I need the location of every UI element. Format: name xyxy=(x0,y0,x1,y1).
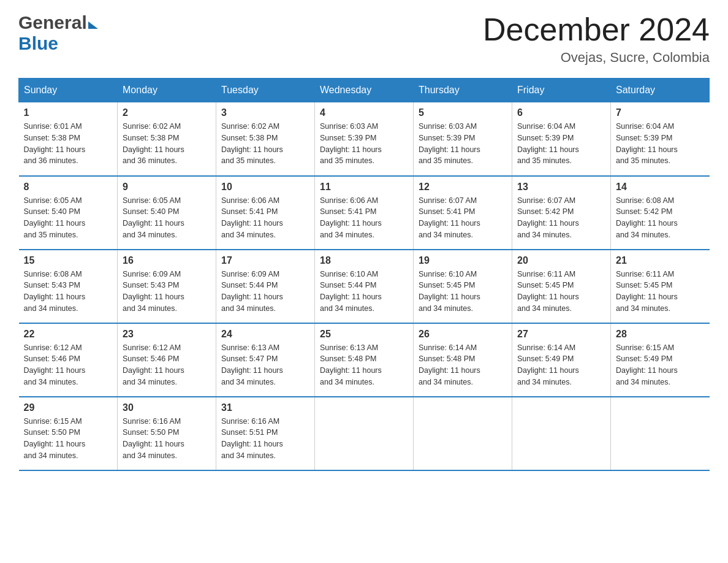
calendar-cell: 21Sunrise: 6:11 AMSunset: 5:45 PMDayligh… xyxy=(611,250,710,323)
day-number: 7 xyxy=(616,107,705,118)
column-header-thursday: Thursday xyxy=(414,79,512,102)
day-number: 27 xyxy=(517,329,605,340)
calendar-cell: 23Sunrise: 6:12 AMSunset: 5:46 PMDayligh… xyxy=(118,323,216,397)
day-info: Sunrise: 6:14 AMSunset: 5:48 PMDaylight:… xyxy=(419,342,507,388)
day-info: Sunrise: 6:06 AMSunset: 5:41 PMDaylight:… xyxy=(221,195,309,241)
day-number: 8 xyxy=(24,182,113,193)
day-number: 2 xyxy=(123,107,211,118)
day-info: Sunrise: 6:10 AMSunset: 5:45 PMDaylight:… xyxy=(419,269,507,315)
calendar-cell: 29Sunrise: 6:15 AMSunset: 5:50 PMDayligh… xyxy=(19,397,118,470)
calendar-week-row: 8Sunrise: 6:05 AMSunset: 5:40 PMDaylight… xyxy=(19,176,710,250)
day-number: 21 xyxy=(616,255,705,266)
day-number: 13 xyxy=(517,182,605,193)
day-number: 16 xyxy=(123,255,211,266)
day-info: Sunrise: 6:04 AMSunset: 5:39 PMDaylight:… xyxy=(517,121,605,167)
day-number: 20 xyxy=(517,255,605,266)
column-header-friday: Friday xyxy=(512,79,611,102)
day-number: 11 xyxy=(320,182,408,193)
column-header-monday: Monday xyxy=(118,79,216,102)
logo-blue-text: Blue xyxy=(18,33,58,54)
logo: General Blue xyxy=(18,12,98,54)
day-info: Sunrise: 6:05 AMSunset: 5:40 PMDaylight:… xyxy=(24,195,113,241)
day-info: Sunrise: 6:05 AMSunset: 5:40 PMDaylight:… xyxy=(123,195,211,241)
day-number: 22 xyxy=(24,329,113,340)
column-header-wednesday: Wednesday xyxy=(315,79,414,102)
calendar-cell: 26Sunrise: 6:14 AMSunset: 5:48 PMDayligh… xyxy=(414,323,512,397)
day-info: Sunrise: 6:03 AMSunset: 5:39 PMDaylight:… xyxy=(320,121,408,167)
calendar-cell xyxy=(315,397,414,470)
month-year-title: December 2024 xyxy=(483,12,710,47)
calendar-cell: 24Sunrise: 6:13 AMSunset: 5:47 PMDayligh… xyxy=(216,323,315,397)
calendar-cell: 17Sunrise: 6:09 AMSunset: 5:44 PMDayligh… xyxy=(216,250,315,323)
day-info: Sunrise: 6:12 AMSunset: 5:46 PMDaylight:… xyxy=(123,342,211,388)
title-area: December 2024 Ovejas, Sucre, Colombia xyxy=(483,12,710,66)
day-info: Sunrise: 6:02 AMSunset: 5:38 PMDaylight:… xyxy=(123,121,211,167)
calendar-cell: 5Sunrise: 6:03 AMSunset: 5:39 PMDaylight… xyxy=(414,102,512,176)
day-number: 6 xyxy=(517,107,605,118)
calendar-week-row: 29Sunrise: 6:15 AMSunset: 5:50 PMDayligh… xyxy=(19,397,710,470)
day-info: Sunrise: 6:14 AMSunset: 5:49 PMDaylight:… xyxy=(517,342,605,388)
location-subtitle: Ovejas, Sucre, Colombia xyxy=(483,50,710,66)
day-info: Sunrise: 6:06 AMSunset: 5:41 PMDaylight:… xyxy=(320,195,408,241)
calendar-cell: 27Sunrise: 6:14 AMSunset: 5:49 PMDayligh… xyxy=(512,323,611,397)
day-info: Sunrise: 6:07 AMSunset: 5:42 PMDaylight:… xyxy=(517,195,605,241)
day-number: 17 xyxy=(221,255,309,266)
day-number: 1 xyxy=(24,107,113,118)
calendar-cell: 31Sunrise: 6:16 AMSunset: 5:51 PMDayligh… xyxy=(216,397,315,470)
calendar-cell: 9Sunrise: 6:05 AMSunset: 5:40 PMDaylight… xyxy=(118,176,216,250)
day-info: Sunrise: 6:16 AMSunset: 5:50 PMDaylight:… xyxy=(123,416,211,462)
calendar-cell: 3Sunrise: 6:02 AMSunset: 5:38 PMDaylight… xyxy=(216,102,315,176)
calendar-cell xyxy=(611,397,710,470)
calendar-cell: 11Sunrise: 6:06 AMSunset: 5:41 PMDayligh… xyxy=(315,176,414,250)
day-number: 3 xyxy=(221,107,309,118)
day-number: 24 xyxy=(221,329,309,340)
day-info: Sunrise: 6:11 AMSunset: 5:45 PMDaylight:… xyxy=(616,269,705,315)
calendar-cell: 28Sunrise: 6:15 AMSunset: 5:49 PMDayligh… xyxy=(611,323,710,397)
day-number: 15 xyxy=(24,255,113,266)
calendar-cell: 25Sunrise: 6:13 AMSunset: 5:48 PMDayligh… xyxy=(315,323,414,397)
calendar-week-row: 22Sunrise: 6:12 AMSunset: 5:46 PMDayligh… xyxy=(19,323,710,397)
logo-general-text: General xyxy=(18,12,87,33)
calendar-cell xyxy=(414,397,512,470)
day-info: Sunrise: 6:07 AMSunset: 5:41 PMDaylight:… xyxy=(419,195,507,241)
calendar-cell: 7Sunrise: 6:04 AMSunset: 5:39 PMDaylight… xyxy=(611,102,710,176)
calendar-cell: 22Sunrise: 6:12 AMSunset: 5:46 PMDayligh… xyxy=(19,323,118,397)
day-info: Sunrise: 6:10 AMSunset: 5:44 PMDaylight:… xyxy=(320,269,408,315)
calendar-cell: 8Sunrise: 6:05 AMSunset: 5:40 PMDaylight… xyxy=(19,176,118,250)
calendar-week-row: 1Sunrise: 6:01 AMSunset: 5:38 PMDaylight… xyxy=(19,102,710,176)
day-number: 23 xyxy=(123,329,211,340)
day-number: 30 xyxy=(123,402,211,413)
day-number: 12 xyxy=(419,182,507,193)
day-info: Sunrise: 6:13 AMSunset: 5:48 PMDaylight:… xyxy=(320,342,408,388)
logo-arrow-icon xyxy=(88,21,98,29)
day-number: 18 xyxy=(320,255,408,266)
calendar-week-row: 15Sunrise: 6:08 AMSunset: 5:43 PMDayligh… xyxy=(19,250,710,323)
day-info: Sunrise: 6:08 AMSunset: 5:42 PMDaylight:… xyxy=(616,195,705,241)
calendar-table: SundayMondayTuesdayWednesdayThursdayFrid… xyxy=(18,78,710,471)
day-info: Sunrise: 6:03 AMSunset: 5:39 PMDaylight:… xyxy=(419,121,507,167)
column-header-tuesday: Tuesday xyxy=(216,79,315,102)
day-number: 9 xyxy=(123,182,211,193)
calendar-cell: 15Sunrise: 6:08 AMSunset: 5:43 PMDayligh… xyxy=(19,250,118,323)
day-number: 14 xyxy=(616,182,705,193)
calendar-cell: 13Sunrise: 6:07 AMSunset: 5:42 PMDayligh… xyxy=(512,176,611,250)
calendar-cell: 6Sunrise: 6:04 AMSunset: 5:39 PMDaylight… xyxy=(512,102,611,176)
day-number: 10 xyxy=(221,182,309,193)
day-info: Sunrise: 6:13 AMSunset: 5:47 PMDaylight:… xyxy=(221,342,309,388)
calendar-cell: 20Sunrise: 6:11 AMSunset: 5:45 PMDayligh… xyxy=(512,250,611,323)
day-info: Sunrise: 6:12 AMSunset: 5:46 PMDaylight:… xyxy=(24,342,113,388)
calendar-cell: 19Sunrise: 6:10 AMSunset: 5:45 PMDayligh… xyxy=(414,250,512,323)
column-header-sunday: Sunday xyxy=(19,79,118,102)
calendar-cell: 14Sunrise: 6:08 AMSunset: 5:42 PMDayligh… xyxy=(611,176,710,250)
day-info: Sunrise: 6:15 AMSunset: 5:49 PMDaylight:… xyxy=(616,342,705,388)
day-number: 5 xyxy=(419,107,507,118)
calendar-cell: 30Sunrise: 6:16 AMSunset: 5:50 PMDayligh… xyxy=(118,397,216,470)
day-number: 26 xyxy=(419,329,507,340)
day-info: Sunrise: 6:02 AMSunset: 5:38 PMDaylight:… xyxy=(221,121,309,167)
day-info: Sunrise: 6:09 AMSunset: 5:44 PMDaylight:… xyxy=(221,269,309,315)
calendar-cell: 2Sunrise: 6:02 AMSunset: 5:38 PMDaylight… xyxy=(118,102,216,176)
day-info: Sunrise: 6:16 AMSunset: 5:51 PMDaylight:… xyxy=(221,416,309,462)
day-info: Sunrise: 6:04 AMSunset: 5:39 PMDaylight:… xyxy=(616,121,705,167)
day-info: Sunrise: 6:15 AMSunset: 5:50 PMDaylight:… xyxy=(24,416,113,462)
day-info: Sunrise: 6:09 AMSunset: 5:43 PMDaylight:… xyxy=(123,269,211,315)
